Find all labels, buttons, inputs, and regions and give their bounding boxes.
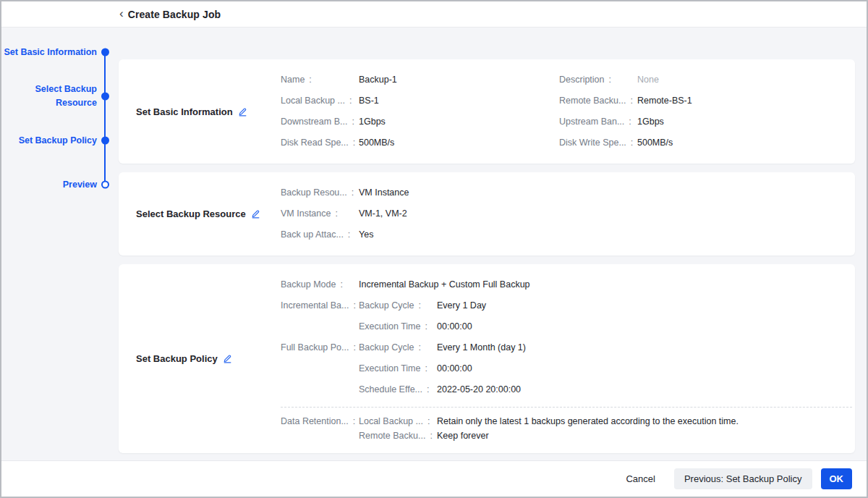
field-rows: Name:Backup-1Local Backup ...:BS-1Downst… — [281, 69, 838, 153]
colon-separator: : — [354, 295, 356, 316]
back-button[interactable]: ‹ — [119, 7, 128, 21]
field-column: Description:NoneRemote Backu...:Remote-B… — [559, 69, 838, 153]
field-rows: Backup Mode:Incremental Backup + Custom … — [281, 274, 838, 443]
field-value: 00:00:00 — [437, 316, 472, 337]
field-value: 500MB/s — [637, 132, 673, 153]
wizard-stepper: Set Basic InformationSelect Backup Resou… — [1, 28, 119, 460]
nested-fields: Backup Cycle:Every 1 Month (day 1)Execut… — [359, 337, 838, 400]
colon-separator: : — [352, 182, 354, 203]
field-value: None — [637, 69, 659, 90]
pencil-icon — [238, 107, 247, 117]
field-row: Execution Time:00:00:00 — [359, 358, 838, 379]
field-value: 2022-05-20 20:00:00 — [437, 379, 521, 400]
stepper-step-set-basic-information[interactable]: Set Basic Information — [4, 46, 98, 59]
colon-separator: : — [430, 429, 432, 443]
step-dot-set-backup-policy — [101, 137, 109, 145]
edit-backup-resource-button[interactable] — [251, 209, 260, 219]
card-set-basic-information: Set Basic Information Name:Backup-1Local… — [119, 59, 855, 164]
colon-separator: : — [425, 316, 427, 337]
field-label: Incremental Ba...: — [281, 295, 359, 316]
section-title: Set Basic Information — [136, 69, 281, 153]
step-dot-preview — [101, 181, 109, 189]
field-label: Local Backup ...: — [359, 414, 437, 429]
field-row: Local Backup ...:Retain only the latest … — [359, 414, 838, 429]
colon-separator: : — [629, 111, 631, 132]
field-rows: Backup Resou...:VM InstanceVM Instance:V… — [281, 182, 838, 245]
card-set-backup-policy: Set Backup Policy Backup Mode:Incrementa… — [119, 264, 855, 453]
field-label: Disk Write Spe...: — [559, 132, 637, 153]
colon-separator: : — [348, 224, 350, 245]
stepper-step-select-backup-resource[interactable]: Select Backup Resource — [1, 83, 97, 110]
field-row: Name:Backup-1 — [281, 69, 559, 90]
colon-separator: : — [340, 274, 342, 295]
previous-step-button[interactable]: Previous: Set Backup Policy — [674, 468, 812, 489]
colon-separator: : — [349, 90, 352, 111]
field-row: Disk Read Spe...:500MB/s — [281, 132, 559, 153]
colon-separator: : — [309, 69, 311, 90]
field-row: Disk Write Spe...:500MB/s — [559, 132, 838, 153]
cancel-button[interactable]: Cancel — [624, 468, 656, 489]
card-select-backup-resource: Select Backup Resource Backup Resou...:V… — [119, 172, 855, 256]
ok-button[interactable]: OK — [821, 468, 853, 489]
colon-separator: : — [353, 414, 355, 429]
pencil-icon — [223, 354, 232, 363]
field-label: Backup Mode: — [281, 274, 359, 295]
field-value: Retain only the latest 1 backups generat… — [437, 414, 739, 429]
nested-fields: Backup Cycle:Every 1 DayExecution Time:0… — [359, 295, 838, 337]
field-row: Backup Resou...:VM Instance — [281, 182, 838, 203]
field-row: Backup Cycle:Every 1 Month (day 1) — [359, 337, 838, 358]
field-value: Yes — [359, 224, 373, 245]
field-label: VM Instance: — [281, 203, 359, 224]
section-title-text: Set Backup Policy — [136, 348, 218, 369]
field-label: Name: — [281, 69, 359, 90]
field-row: Local Backup ...:BS-1 — [281, 90, 559, 111]
stepper-step-set-backup-policy[interactable]: Set Backup Policy — [19, 134, 97, 148]
field-value: Keep forever — [437, 429, 489, 443]
field-row: Description:None — [559, 69, 838, 90]
page-title: Create Backup Job — [128, 9, 221, 20]
field-value: Backup-1 — [359, 69, 397, 90]
colon-separator: : — [425, 358, 427, 379]
colon-separator: : — [427, 414, 430, 429]
field-label: Backup Cycle: — [359, 295, 437, 316]
colon-separator: : — [418, 337, 420, 358]
field-column: Name:Backup-1Local Backup ...:BS-1Downst… — [281, 69, 559, 153]
field-row: Downstream B...:1Gbps — [281, 111, 559, 132]
colon-separator: : — [353, 132, 355, 153]
field-label: Remote Backu...: — [359, 429, 437, 443]
field-label: Back up Attac...: — [281, 224, 359, 245]
field-label: Disk Read Spe...: — [281, 132, 359, 153]
field-label: Full Backup Po...: — [281, 337, 359, 358]
edit-basic-information-button[interactable] — [238, 107, 247, 117]
field-value: Incremental Backup + Custom Full Backup — [359, 274, 530, 295]
field-row: Incremental Ba...:Backup Cycle:Every 1 D… — [281, 295, 838, 337]
wizard-body: Set Basic InformationSelect Backup Resou… — [1, 28, 867, 460]
nested-fields: Local Backup ...:Retain only the latest … — [359, 414, 838, 443]
field-value: 1Gbps — [637, 111, 664, 132]
create-backup-job-page: ‹ Create Backup Job Set Basic Informatio… — [0, 0, 868, 498]
colon-separator: : — [354, 337, 356, 358]
field-label: Backup Cycle: — [359, 337, 437, 358]
preview-content: Set Basic Information Name:Backup-1Local… — [119, 28, 867, 460]
field-label: Execution Time: — [359, 358, 437, 379]
stepper-step-preview[interactable]: Preview — [63, 178, 97, 192]
field-row: VM Instance:VM-1, VM-2 — [281, 203, 838, 224]
field-row: Data Retention...:Local Backup ...:Retai… — [281, 414, 838, 443]
field-value: 1Gbps — [359, 111, 386, 132]
colon-separator: : — [630, 90, 632, 111]
edit-backup-policy-button[interactable] — [223, 354, 232, 363]
field-label: Local Backup ...: — [281, 90, 359, 111]
stepper-line — [104, 52, 106, 185]
field-row: Remote Backu...:Remote-BS-1 — [559, 90, 838, 111]
field-value: VM Instance — [359, 182, 409, 203]
field-label: Upstream Ban...: — [559, 111, 637, 132]
section-title-text: Set Basic Information — [136, 101, 233, 122]
field-row: Schedule Effe...:2022-05-20 20:00:00 — [359, 379, 838, 400]
colon-separator: : — [335, 203, 337, 224]
wizard-footer: Cancel Previous: Set Backup Policy OK — [1, 460, 867, 497]
field-value: Every 1 Month (day 1) — [437, 337, 526, 358]
field-label: Remote Backu...: — [559, 90, 637, 111]
field-value: 00:00:00 — [437, 358, 472, 379]
field-label: Data Retention...: — [281, 414, 359, 429]
step-dot-set-basic-information — [101, 48, 109, 56]
